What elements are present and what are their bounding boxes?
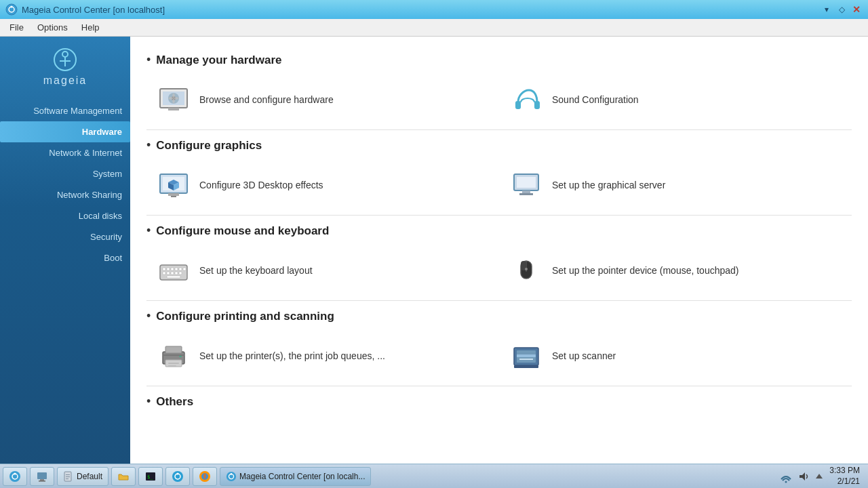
svg-rect-57 [37, 472, 47, 479]
section-mouse-keyboard-title: Configure mouse and keyboard [156, 224, 329, 238]
item-browse-hardware[interactable]: Browse and configure hardware [146, 75, 499, 124]
svg-point-41 [525, 268, 528, 270]
taskbar-desktop-btn[interactable] [30, 467, 54, 486]
item-scanner-label: Set up scanner [552, 350, 616, 362]
item-pointer-device[interactable]: Set up the pointer device (mouse, touchp… [499, 246, 852, 295]
sidebar-item-hardware[interactable]: Hardware [0, 121, 130, 142]
item-scanner[interactable]: Set up scanner [499, 331, 852, 380]
svg-rect-52 [514, 365, 538, 368]
svg-rect-63 [66, 479, 68, 479]
section-bullet-3: • [146, 224, 151, 238]
item-printer[interactable]: Set up the printer(s), the print job que… [146, 331, 499, 380]
divider-2 [146, 215, 852, 216]
firefox-taskbar-icon [199, 470, 211, 483]
svg-rect-61 [66, 474, 70, 475]
sidebar-logo: mageia [43, 47, 87, 87]
item-graphical-server[interactable]: Set up the graphical server [499, 161, 852, 209]
svg-rect-53 [519, 359, 533, 360]
close-button[interactable]: ✕ [850, 3, 863, 16]
section-configure-graphics-items: Configure 3D Desktop effects Set up the … [146, 161, 852, 209]
section-mouse-keyboard-header: • Configure mouse and keyboard [146, 224, 852, 238]
svg-rect-31 [183, 268, 186, 270]
clock-time: 3:33 PM [829, 466, 860, 476]
sidebar-item-local-disks[interactable]: Local disks [0, 205, 130, 226]
section-mouse-keyboard-items: Set up the keyboard layout Set up the po… [146, 246, 852, 295]
svg-rect-12 [515, 101, 521, 109]
taskbar-right: 3:33 PM 2/1/21 [779, 466, 865, 487]
svg-point-56 [14, 472, 16, 474]
taskbar-default-btn[interactable]: Default [57, 467, 108, 486]
terminal-taskbar-icon: $_ [144, 470, 157, 483]
taskbar-mageia-btn[interactable] [3, 467, 27, 486]
svg-point-2 [11, 6, 13, 8]
title-bar: Mageia Control Center [on localhost] ▾ ◇… [0, 0, 868, 19]
divider-4 [146, 386, 852, 386]
headphones-icon [510, 83, 542, 116]
svg-rect-36 [179, 272, 182, 274]
mageia-cc-taskbar-icon [172, 470, 184, 483]
svg-point-0 [6, 4, 17, 15]
taskbar-mageia-cc-btn[interactable] [165, 467, 190, 486]
maximize-button[interactable]: ◇ [835, 3, 848, 16]
item-printer-label: Set up the printer(s), the print job que… [199, 350, 385, 362]
menu-file[interactable]: File [3, 21, 31, 34]
taskbar-firefox-btn[interactable] [193, 467, 217, 486]
sidebar-item-system[interactable]: System [0, 163, 130, 184]
taskbar-clock: 3:33 PM 2/1/21 [829, 466, 860, 487]
svg-point-68 [177, 472, 179, 474]
item-sound-config-label: Sound Configuration [552, 94, 639, 106]
volume-taskbar-icon [797, 470, 810, 483]
mouse-icon [510, 254, 542, 287]
sidebar-item-network-internet[interactable]: Network & Internet [0, 142, 130, 163]
item-3d-desktop[interactable]: Configure 3D Desktop effects [146, 161, 499, 209]
file-icon [63, 471, 74, 482]
sidebar-item-software-management[interactable]: Software Management [0, 100, 130, 121]
section-others-header: • Others [146, 394, 852, 409]
sidebar: mageia Software Management Hardware Netw… [0, 37, 130, 464]
taskbar-control-center-btn[interactable]: Mageia Control Center [on localh... [220, 467, 371, 486]
item-keyboard-layout[interactable]: Set up the keyboard layout [146, 246, 499, 295]
svg-rect-13 [534, 101, 540, 109]
item-sound-config[interactable]: Sound Configuration [499, 75, 852, 124]
svg-rect-62 [66, 476, 70, 477]
taskbar-folder-btn[interactable] [111, 467, 136, 486]
section-bullet-5: • [146, 394, 151, 409]
svg-rect-11 [168, 108, 179, 110]
svg-rect-48 [163, 354, 184, 356]
mageia-logo-icon [53, 47, 77, 72]
sidebar-item-security[interactable]: Security [0, 226, 130, 247]
content-area: • Manage your hardware [130, 37, 868, 464]
sidebar-item-boot[interactable]: Boot [0, 247, 130, 268]
svg-point-66 [172, 471, 183, 482]
svg-rect-30 [179, 268, 182, 270]
sidebar-item-network-sharing[interactable]: Network Sharing [0, 184, 130, 205]
section-printing-items: Set up the printer(s), the print job que… [146, 331, 852, 380]
section-printing-title: Configure printing and scanning [156, 310, 334, 323]
taskbar-default-label: Default [77, 472, 102, 481]
item-graphical-server-label: Set up the graphical server [552, 179, 665, 191]
menu-help[interactable]: Help [75, 21, 106, 34]
svg-point-54 [9, 471, 20, 482]
section-printing-header: • Configure printing and scanning [146, 309, 852, 323]
desktop-taskbar-icon [36, 470, 48, 483]
svg-point-73 [231, 473, 233, 475]
taskbar: Default $_ [0, 464, 868, 488]
menu-options[interactable]: Options [31, 21, 75, 34]
main-layout: mageia Software Management Hardware Netw… [0, 37, 868, 464]
svg-rect-33 [167, 272, 170, 274]
svg-rect-58 [40, 479, 44, 481]
taskbar-terminal-btn[interactable]: $_ [138, 467, 163, 486]
mageia-icon [5, 3, 18, 16]
section-configure-graphics-title: Configure graphics [156, 139, 262, 152]
section-manage-hardware-header: • Manage your hardware [146, 53, 852, 67]
title-bar-title: Mageia Control Center [on localhost] [22, 5, 165, 15]
minimize-button[interactable]: ▾ [821, 3, 833, 16]
svg-rect-22 [517, 177, 536, 188]
arrow-up-taskbar-icon [814, 472, 824, 481]
section-bullet-2: • [146, 138, 151, 152]
sidebar-nav: Software Management Hardware Network & I… [0, 100, 130, 268]
network-taskbar-icon [779, 470, 793, 483]
svg-rect-37 [167, 276, 180, 278]
svg-rect-35 [175, 272, 178, 274]
svg-rect-24 [519, 193, 533, 195]
